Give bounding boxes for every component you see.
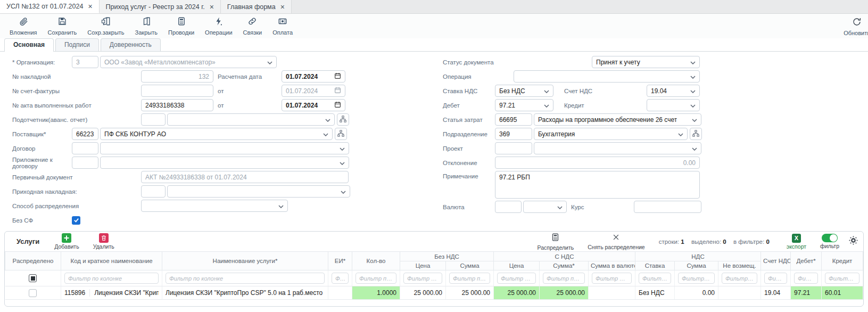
hierarchy-picker-button[interactable] xyxy=(335,128,347,140)
contract-select[interactable] xyxy=(100,142,349,154)
table-row[interactable]: 115896 Лицензия СКЗИ "Крипто... Лицензия… xyxy=(5,286,863,300)
col-header-non-refund[interactable]: Не возмещ. xyxy=(718,261,761,270)
department-select[interactable]: Бухгалтерия xyxy=(534,128,688,140)
tab-poa[interactable]: Доверенность xyxy=(101,38,161,51)
col-header-vat-rate[interactable]: Ставка xyxy=(635,261,675,270)
filter-input-qty[interactable] xyxy=(356,273,396,284)
export-excel-button[interactable]: X экспорт xyxy=(787,234,806,250)
col-header-distributed[interactable]: Распределено xyxy=(5,252,61,270)
filter-input-sum-currency[interactable] xyxy=(592,273,632,284)
vat-rate-select[interactable]: Без НДС xyxy=(495,85,553,97)
department-code-field[interactable]: 369 xyxy=(495,128,532,140)
accountable-code-field[interactable] xyxy=(141,113,166,126)
filter-input-vat-account[interactable] xyxy=(764,273,787,284)
incoming-code-field[interactable] xyxy=(141,185,166,198)
close-icon[interactable]: × xyxy=(280,3,285,11)
contract-code-field[interactable] xyxy=(72,142,98,154)
window-tab-document[interactable]: УСЛ №132 от 01.07.2024 × xyxy=(0,0,100,13)
note-field[interactable]: 97.21 РБП xyxy=(495,171,700,199)
operations-button[interactable]: Операции xyxy=(200,15,237,37)
filter-input-vat-sum[interactable] xyxy=(678,273,715,284)
col-header-sum-currency[interactable]: Сумма в валюте xyxy=(589,261,635,270)
incoming-select[interactable] xyxy=(167,185,350,198)
status-select[interactable]: Принят к учету xyxy=(592,56,700,68)
hierarchy-picker-button[interactable] xyxy=(337,113,349,126)
refresh-button[interactable]: Обновить xyxy=(838,16,868,37)
col-header-price-with-vat[interactable]: Цена xyxy=(494,261,540,270)
close-icon[interactable]: × xyxy=(210,3,214,11)
distribution-method-select[interactable] xyxy=(141,200,288,212)
delete-row-button[interactable]: Удалить xyxy=(93,233,114,250)
col-header-vat-account[interactable]: Счет НДС xyxy=(761,252,791,270)
primary-doc-field[interactable]: АКТ №24933186338 от 01.07.2024 xyxy=(141,171,349,183)
filter-input-price-with-vat[interactable] xyxy=(497,273,536,284)
col-header-service-name[interactable]: Наименование услуги* xyxy=(162,252,328,270)
filter-input-debit[interactable] xyxy=(794,273,818,284)
distribute-button[interactable]: Распределить xyxy=(537,233,574,251)
organization-select[interactable]: ООО «Завод «Металлокомпенсатор» xyxy=(100,56,277,68)
col-header-vat-sum[interactable]: Сумма xyxy=(675,261,718,270)
cost-item-select[interactable]: Расходы на программное обеспечение 26 сч… xyxy=(534,113,701,126)
deviation-field[interactable]: 0.00 xyxy=(495,157,700,169)
filter-input-non-refund[interactable] xyxy=(722,273,757,284)
col-header-price-no-vat[interactable]: Цена xyxy=(400,261,446,270)
rate-field[interactable] xyxy=(634,201,701,213)
filter-input-service-name[interactable] xyxy=(166,273,325,284)
col-header-qty[interactable]: Кол-во xyxy=(352,252,400,270)
row-checkbox[interactable] xyxy=(29,289,37,297)
filter-input-sum-no-vat[interactable] xyxy=(449,273,490,284)
tab-signatures[interactable]: Подписи xyxy=(55,38,99,51)
payment-button[interactable]: Оплата xyxy=(267,15,298,37)
calendar-icon[interactable] xyxy=(334,101,341,110)
links-button[interactable]: Связки xyxy=(238,15,268,37)
col-header-credit[interactable]: Кредит xyxy=(822,252,863,270)
annex-code-field[interactable] xyxy=(72,157,98,169)
currency-code-field[interactable] xyxy=(495,201,522,213)
save-button[interactable]: Сохранить xyxy=(43,15,82,37)
invoice-sf-field[interactable] xyxy=(141,85,213,97)
act-number-field[interactable]: 24933186338 xyxy=(141,99,213,111)
supplier-code-field[interactable]: 66223 xyxy=(72,128,98,140)
project-select[interactable] xyxy=(534,142,701,154)
attachments-button[interactable]: Вложения xyxy=(4,15,43,37)
supplier-select[interactable]: ПФ СКБ КОНТУР АО xyxy=(100,128,333,140)
col-header-debit[interactable]: Дебет* xyxy=(791,252,822,270)
undistribute-button[interactable]: Снять распределение xyxy=(588,233,644,250)
hierarchy-picker-button[interactable] xyxy=(690,128,702,140)
filter-input-vat-rate[interactable] xyxy=(639,273,671,284)
save-close-button[interactable]: Сохр.закрыть xyxy=(82,15,129,37)
postings-button[interactable]: Проводки xyxy=(163,15,200,37)
tab-main[interactable]: Основная xyxy=(4,38,54,52)
col-header-unit[interactable]: ЕИ* xyxy=(328,252,352,270)
add-row-button[interactable]: Добавить xyxy=(54,233,79,250)
calendar-icon[interactable] xyxy=(334,72,341,81)
col-header-sum-no-vat[interactable]: Сумма xyxy=(446,261,494,270)
filter-input-credit[interactable] xyxy=(825,273,859,284)
calc-date-field[interactable]: 01.07.2024 xyxy=(282,70,345,83)
accountable-select[interactable] xyxy=(167,113,335,126)
filter-input-unit[interactable] xyxy=(332,273,349,284)
vat-account-select[interactable]: 19.04 xyxy=(647,85,700,97)
table-settings-button[interactable] xyxy=(849,236,858,247)
act-date-field[interactable]: 01.07.2024 xyxy=(282,99,345,111)
credit-select[interactable] xyxy=(647,99,700,111)
filter-toggle[interactable]: фильтр xyxy=(820,234,839,249)
filter-input-sum-with-vat[interactable] xyxy=(543,273,585,284)
invoice-number-field[interactable]: 132 xyxy=(141,70,213,83)
cost-item-code-field[interactable]: 66695 xyxy=(495,113,532,126)
debit-select[interactable]: 97.21 xyxy=(495,99,553,111)
sf-date-field[interactable]: 01.07.2024 xyxy=(282,85,345,97)
calendar-icon[interactable] xyxy=(334,87,341,95)
no-sf-checkbox[interactable] xyxy=(72,216,80,225)
organization-code-field[interactable]: 3 xyxy=(72,56,98,68)
close-icon[interactable]: × xyxy=(88,3,92,10)
filter-input-code-name[interactable] xyxy=(64,273,159,284)
window-tab-registry[interactable]: Приход услуг - Реестр за 2024 г. × xyxy=(100,0,221,13)
window-tab-main-form[interactable]: Главная форма × xyxy=(221,0,292,13)
close-button[interactable]: Закрыть xyxy=(130,15,163,37)
toggle-on-icon[interactable] xyxy=(822,234,838,242)
col-header-sum-with-vat[interactable]: Сумма* xyxy=(540,261,589,270)
currency-select[interactable] xyxy=(523,201,567,213)
select-all-checkbox[interactable] xyxy=(29,274,37,282)
annex-select[interactable] xyxy=(100,157,349,169)
